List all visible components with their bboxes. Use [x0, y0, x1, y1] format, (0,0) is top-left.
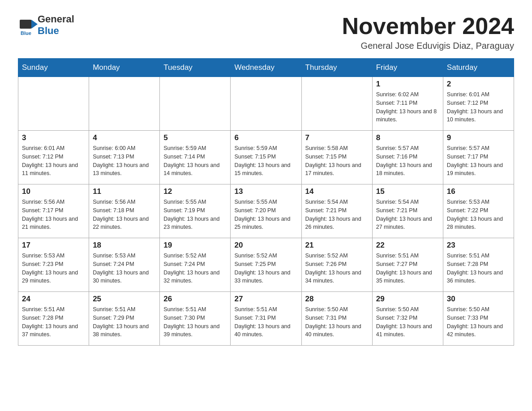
day-number: 6 — [234, 133, 297, 142]
logo-icon: Blue — [18, 16, 36, 34]
day-number: 26 — [163, 295, 227, 304]
logo: Blue General Blue — [18, 13, 74, 37]
day-number: 13 — [234, 187, 297, 196]
day-info: Sunrise: 5:53 AM Sunset: 7:24 PM Dayligh… — [93, 252, 156, 285]
calendar-cell: 26Sunrise: 5:51 AM Sunset: 7:30 PM Dayli… — [160, 292, 231, 346]
weekday-header-monday: Monday — [89, 59, 160, 77]
calendar-cell: 8Sunrise: 5:57 AM Sunset: 7:16 PM Daylig… — [372, 131, 443, 184]
day-info: Sunrise: 6:00 AM Sunset: 7:13 PM Dayligh… — [93, 144, 156, 178]
day-number: 22 — [376, 241, 439, 250]
calendar-table: SundayMondayTuesdayWednesdayThursdayFrid… — [18, 58, 514, 346]
weekday-header-row: SundayMondayTuesdayWednesdayThursdayFrid… — [18, 59, 514, 77]
calendar-cell: 4Sunrise: 6:00 AM Sunset: 7:13 PM Daylig… — [89, 131, 160, 184]
day-info: Sunrise: 5:55 AM Sunset: 7:19 PM Dayligh… — [163, 198, 227, 231]
calendar-cell: 29Sunrise: 5:50 AM Sunset: 7:32 PM Dayli… — [372, 292, 443, 346]
day-info: Sunrise: 5:55 AM Sunset: 7:20 PM Dayligh… — [234, 198, 297, 231]
day-number: 3 — [22, 133, 85, 142]
calendar-cell: 16Sunrise: 5:53 AM Sunset: 7:22 PM Dayli… — [443, 184, 514, 238]
day-info: Sunrise: 5:51 AM Sunset: 7:30 PM Dayligh… — [163, 305, 227, 339]
day-number: 17 — [22, 241, 85, 250]
day-number: 12 — [163, 187, 227, 196]
day-number: 20 — [234, 241, 297, 250]
calendar-cell: 18Sunrise: 5:53 AM Sunset: 7:24 PM Dayli… — [89, 238, 160, 292]
calendar-cell: 30Sunrise: 5:50 AM Sunset: 7:33 PM Dayli… — [443, 292, 514, 346]
day-info: Sunrise: 5:50 AM Sunset: 7:33 PM Dayligh… — [447, 305, 510, 339]
page-header: Blue General Blue November 2024 General … — [18, 13, 514, 51]
day-info: Sunrise: 5:52 AM Sunset: 7:25 PM Dayligh… — [234, 252, 297, 285]
calendar-week-3: 10Sunrise: 5:56 AM Sunset: 7:17 PM Dayli… — [18, 184, 514, 238]
day-number: 28 — [305, 295, 369, 304]
calendar-cell: 6Sunrise: 5:59 AM Sunset: 7:15 PM Daylig… — [231, 131, 301, 184]
day-number: 8 — [376, 133, 439, 142]
calendar-week-4: 17Sunrise: 5:53 AM Sunset: 7:23 PM Dayli… — [18, 238, 514, 292]
day-number: 18 — [93, 241, 156, 250]
calendar-cell: 21Sunrise: 5:52 AM Sunset: 7:26 PM Dayli… — [301, 238, 372, 292]
calendar-cell: 3Sunrise: 6:01 AM Sunset: 7:12 PM Daylig… — [18, 131, 89, 184]
weekday-header-tuesday: Tuesday — [160, 59, 231, 77]
day-info: Sunrise: 5:57 AM Sunset: 7:16 PM Dayligh… — [376, 144, 439, 178]
day-number: 7 — [305, 133, 369, 142]
day-info: Sunrise: 5:52 AM Sunset: 7:26 PM Dayligh… — [305, 252, 369, 285]
day-number: 10 — [22, 187, 85, 196]
day-number: 21 — [305, 241, 369, 250]
day-info: Sunrise: 5:56 AM Sunset: 7:18 PM Dayligh… — [93, 198, 156, 231]
calendar-cell: 28Sunrise: 5:50 AM Sunset: 7:31 PM Dayli… — [301, 292, 372, 346]
calendar-cell: 9Sunrise: 5:57 AM Sunset: 7:17 PM Daylig… — [443, 131, 514, 184]
day-number: 4 — [93, 133, 156, 142]
calendar-cell: 10Sunrise: 5:56 AM Sunset: 7:17 PM Dayli… — [18, 184, 89, 238]
calendar-week-5: 24Sunrise: 5:51 AM Sunset: 7:28 PM Dayli… — [18, 292, 514, 346]
calendar-cell — [18, 77, 89, 131]
calendar-week-2: 3Sunrise: 6:01 AM Sunset: 7:12 PM Daylig… — [18, 131, 514, 184]
calendar-cell — [160, 77, 231, 131]
weekday-header-saturday: Saturday — [443, 59, 514, 77]
day-info: Sunrise: 5:51 AM Sunset: 7:27 PM Dayligh… — [376, 252, 439, 285]
calendar-cell: 2Sunrise: 6:01 AM Sunset: 7:12 PM Daylig… — [443, 77, 514, 131]
day-info: Sunrise: 6:01 AM Sunset: 7:12 PM Dayligh… — [447, 90, 510, 124]
day-info: Sunrise: 5:51 AM Sunset: 7:28 PM Dayligh… — [22, 305, 85, 339]
day-info: Sunrise: 5:59 AM Sunset: 7:15 PM Dayligh… — [234, 144, 297, 178]
calendar-cell: 7Sunrise: 5:58 AM Sunset: 7:15 PM Daylig… — [301, 131, 372, 184]
logo-text: General Blue — [38, 13, 74, 37]
day-number: 15 — [376, 187, 439, 196]
calendar-cell: 25Sunrise: 5:51 AM Sunset: 7:29 PM Dayli… — [89, 292, 160, 346]
day-number: 23 — [447, 241, 510, 250]
day-number: 14 — [305, 187, 369, 196]
day-number: 25 — [93, 295, 156, 304]
calendar-cell: 14Sunrise: 5:54 AM Sunset: 7:21 PM Dayli… — [301, 184, 372, 238]
logo-blue: Blue — [38, 25, 59, 36]
day-info: Sunrise: 5:59 AM Sunset: 7:14 PM Dayligh… — [163, 144, 227, 178]
calendar-week-1: 1Sunrise: 6:02 AM Sunset: 7:11 PM Daylig… — [18, 77, 514, 131]
day-number: 19 — [163, 241, 227, 250]
day-number: 29 — [376, 295, 439, 304]
day-info: Sunrise: 5:51 AM Sunset: 7:29 PM Dayligh… — [93, 305, 156, 339]
calendar-cell: 22Sunrise: 5:51 AM Sunset: 7:27 PM Dayli… — [372, 238, 443, 292]
calendar-cell: 5Sunrise: 5:59 AM Sunset: 7:14 PM Daylig… — [160, 131, 231, 184]
calendar-cell — [231, 77, 301, 131]
weekday-header-wednesday: Wednesday — [231, 59, 301, 77]
day-info: Sunrise: 6:02 AM Sunset: 7:11 PM Dayligh… — [376, 90, 439, 124]
day-info: Sunrise: 5:53 AM Sunset: 7:23 PM Dayligh… — [22, 252, 85, 285]
calendar-cell: 20Sunrise: 5:52 AM Sunset: 7:25 PM Dayli… — [231, 238, 301, 292]
calendar-cell: 19Sunrise: 5:52 AM Sunset: 7:24 PM Dayli… — [160, 238, 231, 292]
day-number: 27 — [234, 295, 297, 304]
day-info: Sunrise: 5:54 AM Sunset: 7:21 PM Dayligh… — [305, 198, 369, 231]
calendar-cell: 1Sunrise: 6:02 AM Sunset: 7:11 PM Daylig… — [372, 77, 443, 131]
calendar-cell — [89, 77, 160, 131]
calendar-cell: 23Sunrise: 5:51 AM Sunset: 7:28 PM Dayli… — [443, 238, 514, 292]
day-info: Sunrise: 5:50 AM Sunset: 7:31 PM Dayligh… — [305, 305, 369, 339]
day-number: 30 — [447, 295, 510, 304]
calendar-cell — [301, 77, 372, 131]
day-number: 2 — [447, 80, 510, 89]
day-number: 11 — [93, 187, 156, 196]
day-number: 16 — [447, 187, 510, 196]
day-info: Sunrise: 6:01 AM Sunset: 7:12 PM Dayligh… — [22, 144, 85, 178]
day-number: 1 — [376, 80, 439, 89]
day-info: Sunrise: 5:53 AM Sunset: 7:22 PM Dayligh… — [447, 198, 510, 231]
day-info: Sunrise: 5:58 AM Sunset: 7:15 PM Dayligh… — [305, 144, 369, 178]
day-number: 24 — [22, 295, 85, 304]
svg-text:Blue: Blue — [21, 30, 31, 36]
day-info: Sunrise: 5:51 AM Sunset: 7:31 PM Dayligh… — [234, 305, 297, 339]
day-info: Sunrise: 5:50 AM Sunset: 7:32 PM Dayligh… — [376, 305, 439, 339]
calendar-cell: 13Sunrise: 5:55 AM Sunset: 7:20 PM Dayli… — [231, 184, 301, 238]
location-subtitle: General Jose Eduvigis Diaz, Paraguay — [342, 41, 514, 51]
